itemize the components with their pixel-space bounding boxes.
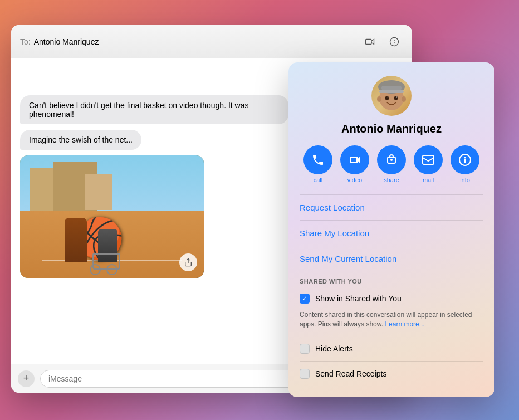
shared-with-you-header: SHARED WITH YOU [300,278,483,285]
shared-description: Content shared in this conversation will… [300,310,483,329]
svg-rect-7 [381,86,402,90]
show-in-shared-row: ✓ Show in Shared with You [300,289,483,308]
show-in-shared-checkbox[interactable]: ✓ [300,294,310,304]
share-action: share [377,145,406,183]
video-action: video [340,145,369,183]
info-label: info [460,177,470,183]
svg-point-10 [394,96,398,100]
call-button[interactable] [303,145,332,174]
contact-name: Antonio Manriquez [300,123,483,135]
share-my-location-item[interactable]: Share My Location [300,220,483,246]
svg-point-16 [390,159,393,161]
info-panel-content: Antonio Manriquez call video [288,62,494,329]
action-buttons-row: call video [300,145,483,183]
image-message: 🏀 [20,155,204,278]
incoming-message-1: Can't believe I didn't get the final bas… [20,95,288,124]
info-button[interactable] [385,33,403,51]
share-label: share [384,177,399,183]
mail-action: mail [414,145,443,183]
video-button[interactable] [340,145,369,174]
hide-alerts-checkbox[interactable] [300,344,310,354]
video-call-button[interactable] [361,33,379,51]
request-location-item[interactable]: Request Location [300,194,483,220]
show-in-shared-label: Show in Shared with You [315,294,402,303]
titlebar-icons [361,33,403,51]
svg-point-14 [402,96,406,102]
svg-rect-0 [366,39,372,44]
hide-alerts-label: Hide Alerts [315,344,353,353]
shared-with-you-section: SHARED WITH YOU ✓ Show in Shared with Yo… [300,271,483,329]
image-share-button[interactable] [179,253,197,271]
incoming-message-2: Imagine the swish of the net... [20,130,141,150]
info-action: info [451,145,479,183]
send-read-receipts-item: Send Read Receipts [300,362,483,386]
svg-rect-17 [423,155,434,164]
send-read-receipts-checkbox[interactable] [300,369,310,379]
video-label: video [347,177,362,183]
add-attachment-button[interactable]: + [18,370,35,387]
basketball-photo: 🏀 [20,155,204,278]
hide-alerts-item: Hide Alerts [300,336,483,362]
mail-button[interactable] [414,145,443,174]
svg-point-13 [377,96,381,102]
svg-point-12 [396,97,398,98]
avatar [371,76,412,116]
send-read-receipts-label: Send Read Receipts [315,369,386,378]
call-label: call [314,177,323,183]
svg-rect-8 [379,90,404,93]
call-action: call [303,145,332,183]
info-detail-button[interactable] [451,145,479,174]
recipient-name: Antonio Manriquez [34,37,99,46]
bottom-section: Hide Alerts Send Read Receipts [288,336,494,397]
share-button[interactable] [377,145,406,174]
svg-point-9 [385,96,389,100]
send-current-location-item[interactable]: Send My Current Location [300,246,483,271]
learn-more-link[interactable]: Learn more... [385,320,424,328]
mail-label: mail [423,177,434,183]
svg-point-11 [388,97,389,98]
messages-titlebar: To: Antonio Manriquez [11,25,412,58]
avatar-section [300,76,483,116]
info-panel: Antonio Manriquez call video [288,62,494,397]
to-label: To: [20,37,31,46]
